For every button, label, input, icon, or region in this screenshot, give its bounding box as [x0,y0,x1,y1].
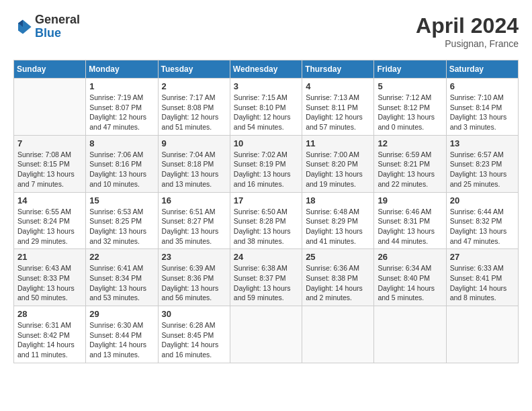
day-number: 20 [450,195,515,205]
day-number: 13 [450,138,515,148]
day-info: Sunrise: 6:30 AMSunset: 8:44 PMDaylight:… [89,320,154,360]
day-number: 23 [162,252,226,262]
day-info: Sunrise: 6:46 AMSunset: 8:31 PMDaylight:… [378,207,442,246]
calendar-cell: 17Sunrise: 6:50 AMSunset: 8:28 PMDayligh… [230,192,302,249]
calendar-table: SundayMondayTuesdayWednesdayThursdayFrid… [13,60,519,363]
day-number: 27 [450,252,515,262]
calendar-cell [446,306,518,363]
page-header: General Blue April 2024 Pusignan, France [13,13,519,49]
calendar-cell: 16Sunrise: 6:51 AMSunset: 8:27 PMDayligh… [158,192,230,249]
title-block: April 2024 Pusignan, France [416,13,519,49]
calendar-cell [230,306,302,363]
calendar-cell: 15Sunrise: 6:53 AMSunset: 8:25 PMDayligh… [86,192,158,249]
day-info: Sunrise: 6:57 AMSunset: 8:23 PMDaylight:… [450,150,515,189]
calendar-week-row: 28Sunrise: 6:31 AMSunset: 8:42 PMDayligh… [14,306,519,363]
day-info: Sunrise: 6:31 AMSunset: 8:42 PMDaylight:… [17,320,82,360]
day-info: Sunrise: 6:39 AMSunset: 8:36 PMDaylight:… [162,263,226,303]
calendar-week-row: 14Sunrise: 6:55 AMSunset: 8:24 PMDayligh… [14,192,519,249]
calendar-cell [374,306,446,363]
day-info: Sunrise: 7:17 AMSunset: 8:08 PMDaylight:… [162,93,226,132]
day-number: 2 [162,81,226,91]
calendar-cell: 25Sunrise: 6:36 AMSunset: 8:38 PMDayligh… [302,249,374,306]
day-number: 4 [306,81,370,91]
column-header-saturday: Saturday [446,60,518,79]
day-number: 9 [162,138,226,148]
day-number: 5 [378,81,442,91]
day-info: Sunrise: 7:13 AMSunset: 8:11 PMDaylight:… [306,93,370,132]
column-header-tuesday: Tuesday [158,60,230,79]
day-info: Sunrise: 7:04 AMSunset: 8:18 PMDaylight:… [162,150,226,189]
day-number: 11 [306,138,370,148]
day-info: Sunrise: 7:10 AMSunset: 8:14 PMDaylight:… [450,93,515,132]
day-info: Sunrise: 6:50 AMSunset: 8:28 PMDaylight:… [234,207,298,246]
day-info: Sunrise: 6:34 AMSunset: 8:40 PMDaylight:… [378,263,442,303]
day-info: Sunrise: 7:06 AMSunset: 8:16 PMDaylight:… [89,150,154,189]
calendar-week-row: 1Sunrise: 7:19 AMSunset: 8:07 PMDaylight… [14,79,519,136]
calendar-header-row: SundayMondayTuesdayWednesdayThursdayFrid… [14,60,519,79]
day-number: 29 [89,309,154,319]
day-info: Sunrise: 6:28 AMSunset: 8:45 PMDaylight:… [162,320,226,360]
column-header-friday: Friday [374,60,446,79]
location: Pusignan, France [416,38,519,49]
logo: General Blue [13,13,80,40]
day-info: Sunrise: 6:36 AMSunset: 8:38 PMDaylight:… [306,263,370,303]
column-header-thursday: Thursday [302,60,374,79]
calendar-cell [14,79,86,136]
day-number: 17 [234,195,298,205]
day-info: Sunrise: 6:51 AMSunset: 8:27 PMDaylight:… [162,207,226,246]
calendar-week-row: 21Sunrise: 6:43 AMSunset: 8:33 PMDayligh… [14,249,519,306]
column-header-sunday: Sunday [14,60,86,79]
day-number: 16 [162,195,226,205]
calendar-cell: 12Sunrise: 6:59 AMSunset: 8:21 PMDayligh… [374,135,446,192]
logo-icon [13,17,32,36]
calendar-cell: 3Sunrise: 7:15 AMSunset: 8:10 PMDaylight… [230,79,302,136]
calendar-cell: 18Sunrise: 6:48 AMSunset: 8:29 PMDayligh… [302,192,374,249]
calendar-cell: 22Sunrise: 6:41 AMSunset: 8:34 PMDayligh… [86,249,158,306]
day-number: 8 [89,138,154,148]
calendar-cell: 26Sunrise: 6:34 AMSunset: 8:40 PMDayligh… [374,249,446,306]
day-number: 14 [17,195,82,205]
day-number: 10 [234,138,298,148]
day-number: 19 [378,195,442,205]
calendar-cell: 28Sunrise: 6:31 AMSunset: 8:42 PMDayligh… [14,306,86,363]
day-info: Sunrise: 6:43 AMSunset: 8:33 PMDaylight:… [17,263,82,303]
day-info: Sunrise: 6:44 AMSunset: 8:32 PMDaylight:… [450,207,515,246]
calendar-cell: 23Sunrise: 6:39 AMSunset: 8:36 PMDayligh… [158,249,230,306]
day-info: Sunrise: 6:53 AMSunset: 8:25 PMDaylight:… [89,207,154,246]
day-number: 12 [378,138,442,148]
day-info: Sunrise: 7:19 AMSunset: 8:07 PMDaylight:… [89,93,154,132]
day-info: Sunrise: 6:59 AMSunset: 8:21 PMDaylight:… [378,150,442,189]
calendar-cell: 9Sunrise: 7:04 AMSunset: 8:18 PMDaylight… [158,135,230,192]
column-header-wednesday: Wednesday [230,60,302,79]
calendar-cell: 20Sunrise: 6:44 AMSunset: 8:32 PMDayligh… [446,192,518,249]
day-number: 3 [234,81,298,91]
day-number: 30 [162,309,226,319]
day-number: 21 [17,252,82,262]
calendar-cell: 7Sunrise: 7:08 AMSunset: 8:15 PMDaylight… [14,135,86,192]
calendar-cell: 11Sunrise: 7:00 AMSunset: 8:20 PMDayligh… [302,135,374,192]
column-header-monday: Monday [86,60,158,79]
day-number: 26 [378,252,442,262]
day-info: Sunrise: 7:02 AMSunset: 8:19 PMDaylight:… [234,150,298,189]
day-number: 15 [89,195,154,205]
day-info: Sunrise: 7:00 AMSunset: 8:20 PMDaylight:… [306,150,370,189]
day-number: 7 [17,138,82,148]
calendar-cell: 19Sunrise: 6:46 AMSunset: 8:31 PMDayligh… [374,192,446,249]
calendar-cell: 6Sunrise: 7:10 AMSunset: 8:14 PMDaylight… [446,79,518,136]
calendar-cell: 5Sunrise: 7:12 AMSunset: 8:12 PMDaylight… [374,79,446,136]
day-info: Sunrise: 6:55 AMSunset: 8:24 PMDaylight:… [17,207,82,246]
calendar-cell: 2Sunrise: 7:17 AMSunset: 8:08 PMDaylight… [158,79,230,136]
calendar-cell: 24Sunrise: 6:38 AMSunset: 8:37 PMDayligh… [230,249,302,306]
day-info: Sunrise: 6:41 AMSunset: 8:34 PMDaylight:… [89,263,154,303]
calendar-cell [302,306,374,363]
day-info: Sunrise: 6:38 AMSunset: 8:37 PMDaylight:… [234,263,298,303]
day-number: 6 [450,81,515,91]
calendar-cell: 14Sunrise: 6:55 AMSunset: 8:24 PMDayligh… [14,192,86,249]
calendar-cell: 21Sunrise: 6:43 AMSunset: 8:33 PMDayligh… [14,249,86,306]
calendar-cell: 10Sunrise: 7:02 AMSunset: 8:19 PMDayligh… [230,135,302,192]
day-info: Sunrise: 6:33 AMSunset: 8:41 PMDaylight:… [450,263,515,303]
calendar-cell: 27Sunrise: 6:33 AMSunset: 8:41 PMDayligh… [446,249,518,306]
day-info: Sunrise: 7:12 AMSunset: 8:12 PMDaylight:… [378,93,442,132]
calendar-cell: 13Sunrise: 6:57 AMSunset: 8:23 PMDayligh… [446,135,518,192]
day-info: Sunrise: 7:15 AMSunset: 8:10 PMDaylight:… [234,93,298,132]
